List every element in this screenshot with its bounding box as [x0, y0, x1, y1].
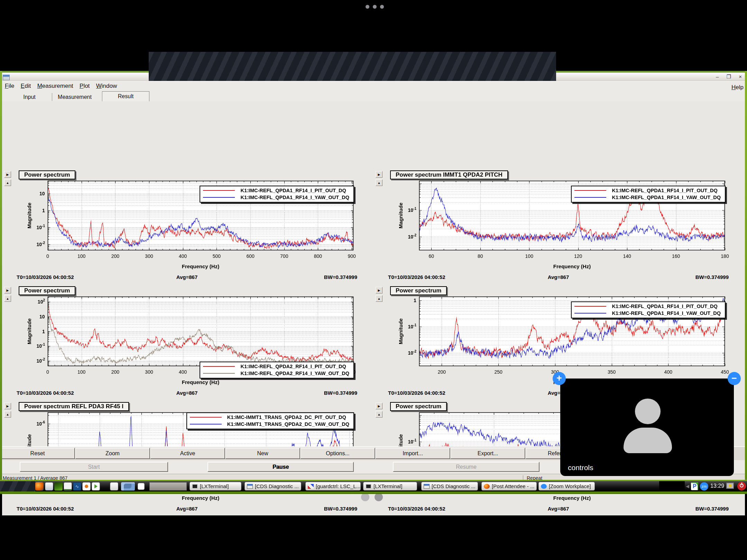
menu-measurement[interactable]: Measurement [37, 83, 73, 90]
taskbar-window-cds-diagnostic-1[interactable]: [CDS Diagnostic ... [245, 482, 301, 491]
panel-up-button[interactable]: ▲ [376, 179, 382, 186]
parcellite-tray-icon[interactable]: P [691, 482, 698, 490]
import-button[interactable]: Import... [375, 448, 450, 459]
zoom-icon [541, 484, 547, 489]
pause-button[interactable]: Pause [208, 462, 354, 472]
app-icon [3, 75, 10, 80]
taskbar: ∿ [LXTerminal] [CDS Diagnostic ... [guar… [0, 481, 747, 492]
taskbar-window-post-attendee[interactable]: [Post Attendee - ... [481, 482, 537, 491]
panel-next-button[interactable]: ▶ [376, 171, 382, 178]
menubar: File Edit Measurement Plot Window Help [0, 81, 747, 91]
avg-label: Avg=867 [17, 390, 357, 396]
plot-title: Power spectrum [390, 286, 447, 295]
panel-up-button[interactable]: ▲ [4, 295, 11, 302]
legend-channel-label: K1:IMC-REFL_QPDA1_RF14_I_YAW_OUT_DQ [612, 195, 721, 200]
taskbar-window-guardctrl[interactable]: [guardctrl: LSC_L... [305, 482, 361, 491]
terminal-icon [192, 484, 198, 489]
panel-next-button[interactable]: ▶ [4, 403, 11, 409]
screen-lock-tray-icon[interactable] [726, 483, 734, 489]
plot-legend: K1:IMC-REFL_QPDA1_RF14_I_PIT_OUT_DQK1:IM… [200, 186, 354, 203]
window-control-buttons[interactable]: – ❐ × [716, 74, 745, 80]
taskbar-window-lxterminal-1[interactable]: [LXTerminal] [190, 482, 241, 491]
plot-info-line: T0=10/03/2026 04:00:52Avg=867BW=0.374999 [17, 274, 357, 280]
start-button[interactable]: Start [20, 462, 168, 472]
new-button[interactable]: New [225, 448, 300, 459]
legend-channel-label: K1:IMC-IMMT1_TRANS_QPDA2_DC_YAW_OUT_DQ [227, 421, 349, 427]
tabbar: Input Measurement Excitation Result [0, 91, 747, 102]
power-button-icon[interactable] [737, 482, 746, 491]
plot-info-line: T0=10/03/2026 04:00:52Avg=867BW=0.374999 [388, 274, 729, 280]
panel-up-button[interactable]: ▲ [4, 411, 11, 418]
tray-collapse-arrow-icon[interactable]: ◀ [686, 484, 689, 489]
expand-video-button[interactable]: + [553, 372, 566, 385]
zoom-tray-icon[interactable]: zm [700, 482, 708, 491]
reset-button[interactable]: Reset [0, 448, 75, 459]
chart-app-launcher-icon[interactable] [64, 482, 72, 491]
page-indicator-dot[interactable] [361, 493, 369, 501]
media-launcher-icon[interactable] [92, 482, 100, 491]
taskbar-window-zoom-workplace[interactable]: [Zoom Workplace] [538, 482, 595, 491]
menu-file[interactable]: File [5, 83, 14, 90]
page-indicator-dot[interactable] [375, 493, 383, 501]
legend-line-swatch [203, 373, 235, 374]
plot-legend: K1:IMC-REFL_QPDA1_RF14_I_PIT_OUT_DQK1:IM… [571, 301, 726, 318]
options-button[interactable]: Options... [300, 448, 375, 459]
panel-next-button[interactable]: ▶ [4, 171, 11, 178]
file-manager-launcher-icon[interactable] [45, 482, 53, 491]
zoom-video-tile[interactable]: controls [560, 379, 734, 476]
legend-channel-label: K1:IMC-REFL_QPDA1_RF14_I_YAW_OUT_DQ [612, 310, 721, 316]
taskbar-window-lxterminal-2[interactable]: [LXTerminal] [363, 482, 417, 491]
legend-line-swatch [190, 417, 222, 418]
panel-next-button[interactable]: ▶ [4, 287, 11, 293]
plot-title: Power spectrum [19, 170, 75, 179]
export-button[interactable]: Export... [450, 448, 525, 459]
plot-panel: ▶▲Power spectrumK1:IMC-REFL_QPDA2_RF14_I… [3, 286, 373, 401]
panel-next-button[interactable]: ▶ [376, 287, 382, 293]
panel-up-button[interactable]: ▲ [4, 179, 11, 186]
cds-window-icon [247, 484, 253, 489]
menu-window[interactable]: Window [96, 83, 117, 90]
bw-label: BW=0.374999 [324, 506, 357, 512]
terminal-launcher-icon[interactable] [54, 482, 63, 491]
window-stack-icon[interactable] [110, 482, 118, 491]
plot-title: Power spectrum [19, 286, 75, 295]
wallpaper-stripe-corner [0, 481, 35, 492]
bw-label: BW=0.374999 [324, 274, 357, 280]
scope-launcher-icon[interactable]: ∿ [73, 482, 81, 491]
panel-up-button[interactable]: ▲ [376, 411, 382, 418]
avatar [635, 399, 661, 424]
legend-line-swatch [574, 313, 606, 314]
panel-next-button[interactable]: ▶ [376, 403, 382, 409]
firefox-launcher-icon[interactable] [35, 482, 44, 491]
legend-line-swatch [574, 190, 606, 191]
legend-channel-label: K1:IMC-REFL_QPDA1_RF14_I_PIT_OUT_DQ [612, 304, 717, 309]
active-button[interactable]: Active [150, 448, 225, 459]
avg-label: Avg=867 [388, 274, 729, 280]
legend-line-swatch [574, 197, 606, 198]
redacted-tray-area [659, 481, 685, 492]
taskbar-window-cds-diagnostic-2[interactable]: [CDS Diagnostic ... [421, 482, 478, 491]
plot-legend: K1:IMC-REFL_QPDA1_RF14_I_PIT_OUT_DQK1:IM… [571, 186, 726, 203]
plot-panel: ▶▲Power spectrum IMMT1 QPDA2 PITCHK1:IMC… [374, 170, 744, 285]
tab-result[interactable]: Result [102, 91, 149, 102]
show-desktop-icon[interactable] [138, 483, 145, 490]
pager-icon[interactable] [121, 482, 135, 491]
bw-label: BW=0.374999 [695, 274, 729, 280]
pager-desktops[interactable] [149, 482, 187, 491]
firefox-icon [484, 484, 490, 489]
menu-plot[interactable]: Plot [80, 83, 90, 90]
plot-info-line: T0=10/03/2026 04:00:52Avg=867BW=0.374999 [17, 506, 357, 512]
share-dot [373, 5, 377, 9]
zoom-button[interactable]: Zoom [75, 448, 150, 459]
avg-label: Avg=867 [17, 506, 357, 512]
avatar [624, 428, 672, 453]
plot-title: Power spectrum REFL PDA3 RF45 I [19, 402, 129, 411]
plot-info-line: T0=10/03/2026 04:00:52Avg=867BW=0.374999 [17, 390, 357, 396]
menu-help[interactable]: Help [731, 84, 744, 91]
legend-line-swatch [574, 306, 606, 307]
panel-up-button[interactable]: ▲ [376, 295, 382, 302]
menu-edit[interactable]: Edit [21, 83, 31, 90]
document-launcher-icon[interactable] [82, 482, 91, 491]
minimize-video-button[interactable]: − [728, 372, 741, 385]
resume-button[interactable]: Resume [393, 462, 540, 472]
